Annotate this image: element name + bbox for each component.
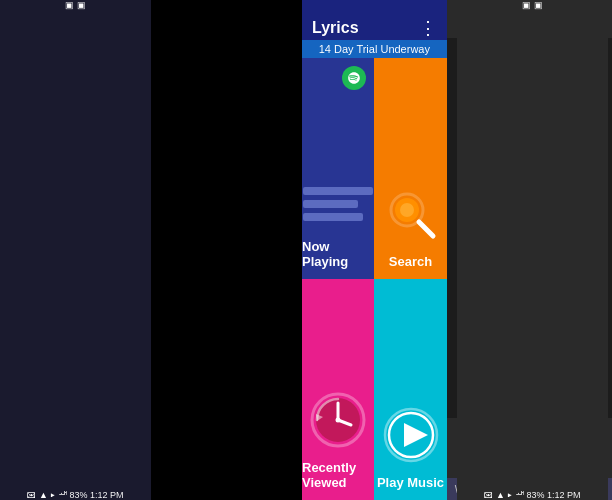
spotify-badge — [342, 66, 366, 90]
signal-icon: ▶ ᅫ 83% — [50, 490, 87, 500]
left-time: 1:12 PM — [90, 490, 124, 500]
app-title: Lyrics — [312, 19, 359, 37]
r-upload-icon: ▲ — [496, 490, 505, 500]
notification-icon: ✉ — [27, 490, 36, 500]
play-music-tile[interactable]: Play Music — [374, 279, 446, 500]
r-signal-icon: ▶ ᅫ 83% — [507, 490, 544, 500]
search-label: Search — [389, 254, 432, 269]
left-panel: Lyrics ⋮ 14 Day Trial Underway Now Playi… — [302, 0, 447, 500]
svg-point-8 — [336, 417, 341, 422]
upload-icon: ▲ — [39, 490, 48, 500]
clock-icon — [306, 387, 371, 452]
svg-point-3 — [400, 203, 414, 217]
r-notification-icon: ✉ — [484, 490, 493, 500]
left-status-right: ✉ ▲ ▶ ᅫ 83% 1:12 PM — [27, 490, 123, 500]
nowplaying-icon — [303, 176, 373, 231]
recently-viewed-label: Recently Viewed — [302, 460, 374, 490]
eq-bar-1 — [303, 187, 373, 195]
eq-bar-2 — [303, 200, 358, 208]
menu-grid: Now Playing Search — [302, 58, 447, 500]
search-tile[interactable]: Search — [374, 58, 446, 279]
trial-banner: 14 Day Trial Underway — [302, 40, 447, 58]
left-status-bar: ▣ ▣ ✉ ▲ ▶ ᅫ 83% 1:12 PM — [0, 0, 151, 500]
left-status-left-icons: ▣ ▣ — [65, 0, 86, 10]
left-header: Lyrics ⋮ — [302, 0, 447, 38]
right-status-left-icons: ▣ ▣ — [522, 0, 543, 10]
now-playing-tile[interactable]: Now Playing — [302, 58, 374, 279]
svg-marker-12 — [404, 423, 428, 447]
play-icon-large — [378, 402, 443, 467]
play-music-label: Play Music — [377, 475, 444, 490]
nowplaying-label: Now Playing — [302, 239, 374, 269]
search-icon-large — [378, 181, 443, 246]
svg-line-2 — [419, 222, 433, 236]
header-menu-icon[interactable]: ⋮ — [419, 17, 437, 39]
right-time: 1:12 PM — [547, 490, 581, 500]
recently-viewed-tile[interactable]: Recently Viewed — [302, 279, 374, 500]
right-status-bar: ▣ ▣ ✉ ▲ ▶ ᅫ 83% 1:12 PM — [457, 0, 608, 500]
eq-bar-3 — [303, 213, 363, 221]
right-status-right: ✉ ▲ ▶ ᅫ 83% 1:12 PM — [484, 490, 580, 500]
